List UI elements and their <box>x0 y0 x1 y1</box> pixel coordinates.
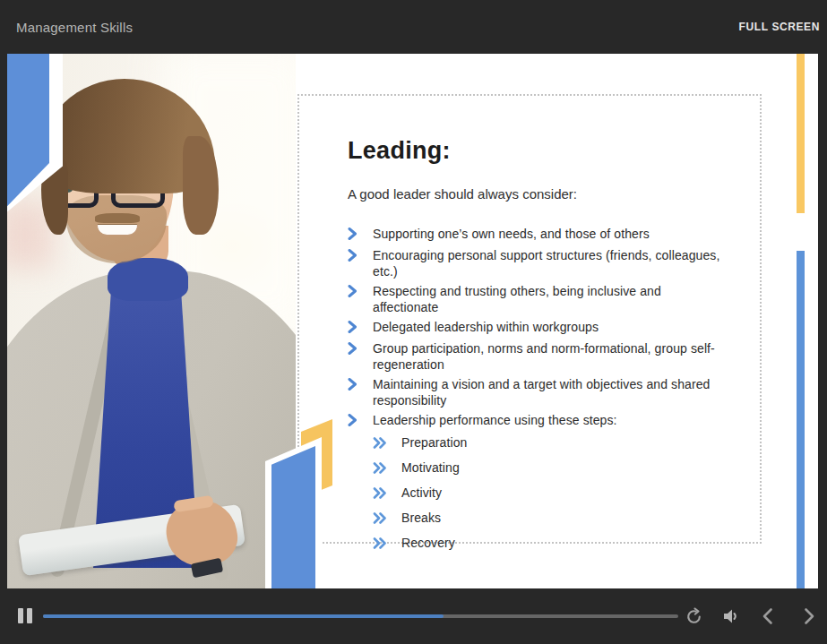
decor-blue-bar <box>797 251 805 588</box>
course-title: Management Skills <box>16 20 133 35</box>
pause-button[interactable] <box>18 608 35 623</box>
chevron-bullet-icon <box>348 378 358 408</box>
bullet-text: Group participation, norms and norm-form… <box>373 340 728 373</box>
replay-icon <box>685 607 703 626</box>
volume-icon <box>720 606 740 626</box>
bullet-text: Maintaining a vision and a target with o… <box>373 376 728 408</box>
next-button[interactable] <box>796 603 823 630</box>
chevron-bullet-icon <box>348 321 358 337</box>
sub-bullet-text: Recovery <box>401 535 455 553</box>
sub-bullet-text: Motivating <box>401 459 460 477</box>
double-chevron-icon <box>373 461 387 477</box>
double-chevron-icon <box>373 511 387 528</box>
fullscreen-button[interactable]: FULL SCREEN <box>739 21 820 33</box>
photo-smile <box>97 224 138 236</box>
chevron-bullet-icon <box>348 414 358 560</box>
slide: Leading: A good leader should always con… <box>7 54 818 588</box>
slide-content-box: Leading: A good leader should always con… <box>297 94 762 544</box>
progress-bar[interactable] <box>43 614 678 618</box>
double-chevron-icon <box>373 486 387 502</box>
bullet-text: Delegated leadership within workgroups <box>373 319 599 337</box>
volume-button[interactable] <box>717 603 744 630</box>
replay-button[interactable] <box>680 603 707 630</box>
bullet-text: Respecting and trusting others, being in… <box>373 283 728 315</box>
progress-fill <box>43 614 444 618</box>
sub-bullet-item: Motivating <box>373 459 617 477</box>
prev-button[interactable] <box>754 603 780 630</box>
stage: Leading: A good leader should always con… <box>0 54 827 588</box>
bullet-text: Leadership performance using these steps… <box>373 413 617 427</box>
sub-bullet-text: Preparation <box>401 434 467 452</box>
bullet-item: Respecting and trusting others, being in… <box>348 283 728 315</box>
bullet-text: Supporting one’s own needs, and those of… <box>373 226 650 244</box>
slide-subtitle: A good leader should always consider: <box>348 186 728 202</box>
bullet-item: Delegated leadership within workgroups <box>348 319 728 337</box>
player-controls-bar <box>0 588 827 644</box>
chevron-right-icon <box>804 607 815 625</box>
sub-bullet-item: Breaks <box>373 510 617 528</box>
bullet-list: Supporting one’s own needs, and those of… <box>348 226 728 560</box>
sub-bullet-item: Recovery <box>373 535 617 553</box>
bullet-text: Encouraging personal support structures … <box>373 247 728 279</box>
sub-bullet-list: Preparation Motivating Activity <box>373 434 617 553</box>
pause-icon <box>18 608 23 623</box>
photo-mustache <box>95 213 140 223</box>
slide-title: Leading: <box>348 137 728 165</box>
sub-bullet-text: Activity <box>401 485 442 502</box>
chevron-bullet-icon <box>348 228 358 244</box>
sub-bullet-item: Activity <box>373 485 617 502</box>
sub-bullet-text: Breaks <box>401 510 441 528</box>
chevron-left-icon <box>762 607 773 625</box>
sub-bullet-item: Preparation <box>373 434 617 452</box>
double-chevron-icon <box>373 436 387 452</box>
chevron-bullet-icon <box>348 285 358 315</box>
decor-yellow-bar <box>797 54 805 213</box>
bullet-item: Supporting one’s own needs, and those of… <box>348 226 728 244</box>
bullet-item: Group participation, norms and norm-form… <box>348 340 728 373</box>
photo-collar <box>108 258 188 301</box>
chevron-bullet-icon <box>348 342 358 373</box>
pause-icon <box>27 608 32 623</box>
bullet-item: Encouraging personal support structures … <box>348 247 728 279</box>
double-chevron-icon <box>373 537 387 553</box>
bullet-item: Maintaining a vision and a target with o… <box>348 376 728 408</box>
bullet-item: Leadership performance using these steps… <box>348 412 728 560</box>
player-topbar: Management Skills FULL SCREEN <box>0 0 827 54</box>
chevron-bullet-icon <box>348 249 358 279</box>
decor-blue-parallelogram <box>271 446 315 588</box>
